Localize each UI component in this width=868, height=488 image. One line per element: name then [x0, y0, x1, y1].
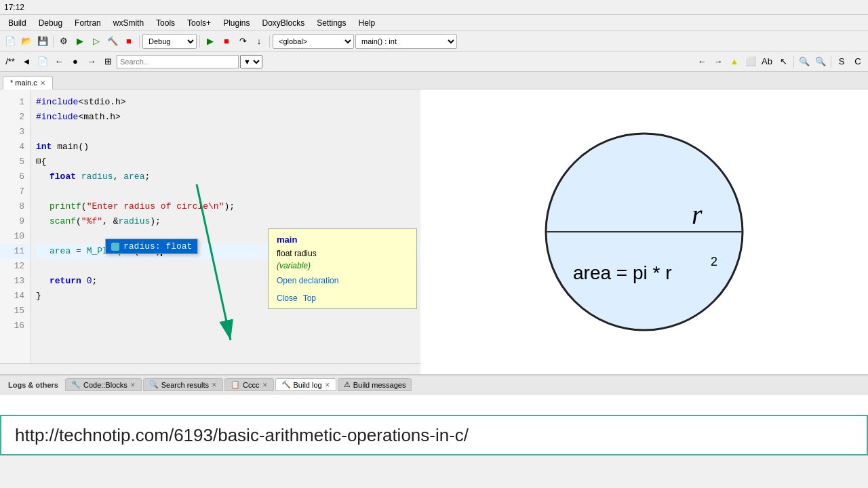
linenum-11: 11 — [0, 244, 30, 259]
bottom-tab-buildmsg[interactable]: ⚠ Build messages — [338, 378, 412, 391]
cursor-btn[interactable]: ↖ — [776, 54, 791, 69]
ac-variable-icon — [111, 243, 119, 251]
build-btn[interactable]: 🔨 — [105, 34, 120, 49]
arrow-left-btn[interactable]: ← — [52, 54, 66, 69]
main-area: 1 2 3 4 5 6 7 8 9 10 11 12 13 14 15 16 # — [0, 89, 868, 374]
comment-btn[interactable]: /** — [3, 54, 18, 69]
zoom-in-btn[interactable]: 🔍 — [797, 54, 812, 69]
next-doc-btn[interactable]: 📄 — [35, 54, 50, 69]
search-icon: 🔍 — [149, 380, 159, 389]
close-tab-2-icon[interactable]: ✕ — [262, 382, 268, 388]
bottom-tab-buildlog[interactable]: 🔨 Build log ✕ — [275, 378, 336, 391]
function-dropdown[interactable]: main() : int — [355, 34, 457, 49]
menu-tools[interactable]: Tools — [151, 17, 180, 29]
settings-btn[interactable]: ⚙ — [56, 34, 71, 49]
linenum-12: 12 — [0, 259, 30, 274]
tooltip-type: float radius — [277, 249, 408, 258]
autocomplete-popup[interactable]: radius: float — [105, 239, 198, 254]
menu-doxyblocks[interactable]: DoxyBlocks — [257, 17, 311, 29]
debug-stop-btn[interactable]: ■ — [219, 34, 234, 49]
search-input[interactable] — [117, 55, 239, 68]
menu-help[interactable]: Help — [353, 17, 381, 29]
bottom-tab-buildlog-label: Build log — [294, 381, 322, 389]
time-display: 17:12 — [4, 3, 24, 12]
arrow-right-btn[interactable]: → — [84, 54, 99, 69]
code-area[interactable]: #include<stdio.h> #include<math.h> int m… — [31, 89, 420, 363]
close-tab-0-icon[interactable]: ✕ — [130, 382, 136, 388]
linenum-15: 15 — [0, 304, 30, 319]
menu-plugins[interactable]: Plugins — [218, 17, 255, 29]
close-tab-1-icon[interactable]: ✕ — [212, 382, 217, 388]
linenum-8: 8 — [0, 199, 30, 214]
bottom-tab-search-label: Search results — [161, 381, 209, 389]
linenum-10: 10 — [0, 229, 30, 244]
debug-run-btn[interactable]: ▶ — [203, 34, 218, 49]
bottom-tab-codeblocks-label: Code::Blocks — [83, 381, 127, 389]
tooltip-close-link[interactable]: Close — [277, 293, 298, 303]
file-tab-main[interactable]: * main.c ✕ — [3, 76, 53, 89]
autocomplete-item-radius[interactable]: radius: float — [106, 239, 197, 253]
debug-step-btn[interactable]: ↓ — [252, 34, 267, 49]
new-file-btn[interactable]: 📄 — [3, 34, 18, 49]
debug-config-dropdown[interactable]: Debug — [142, 34, 197, 49]
url-bar: http://technotip.com/6193/basic-arithmet… — [0, 415, 868, 455]
linenum-5: 5 — [0, 155, 30, 169]
bottom-tab-codeblocks[interactable]: 🔧 Code::Blocks ✕ — [65, 378, 142, 391]
ab-btn[interactable]: Ab — [760, 54, 774, 69]
tooltip-top-link[interactable]: Top — [303, 293, 316, 303]
run2-btn[interactable]: ▷ — [89, 34, 104, 49]
menu-fortran[interactable]: Fortran — [69, 17, 106, 29]
nav-fwd-btn[interactable]: → — [711, 54, 726, 69]
zoom-out-btn[interactable]: 🔍 — [813, 54, 828, 69]
bottom-tab-bar: Logs & others 🔧 Code::Blocks ✕ 🔍 Search … — [0, 375, 868, 394]
menu-tools-plus[interactable]: Tools+ — [182, 17, 216, 29]
editor-content[interactable]: 1 2 3 4 5 6 7 8 9 10 11 12 13 14 15 16 # — [0, 89, 420, 363]
format-btn[interactable]: ⬜ — [743, 54, 758, 69]
nav-back-btn[interactable]: ← — [694, 54, 709, 69]
bottom-tab-search[interactable]: 🔍 Search results ✕ — [143, 378, 223, 391]
circle-svg: r area = pi * r 2 — [536, 123, 753, 340]
cb-icon: 🔧 — [71, 380, 81, 389]
search-type-dropdown[interactable]: ▼ — [240, 55, 262, 68]
sep3 — [199, 35, 200, 47]
code-line-1: #include<stdio.h> — [36, 95, 420, 110]
close-tab-3-icon[interactable]: ✕ — [325, 382, 330, 388]
sep4 — [269, 35, 270, 47]
tooltip-open-decl-link[interactable]: Open declaration — [277, 276, 408, 285]
buildlog-icon: 🔨 — [281, 380, 291, 389]
code-line-7 — [36, 184, 420, 199]
editor-hscrollbar[interactable] — [0, 363, 420, 374]
toolbar-secondary: /** ◄ 📄 ← ● → ⊞ ▼ ← → ▲ ⬜ Ab ↖ 🔍 🔍 S C — [0, 52, 868, 72]
svg-text:2: 2 — [711, 255, 717, 268]
code-line-4: int main() — [36, 140, 420, 155]
menu-settings[interactable]: Settings — [311, 17, 351, 29]
linenum-2: 2 — [0, 110, 30, 125]
save-btn[interactable]: 💾 — [35, 34, 50, 49]
bottom-tab-cccc[interactable]: 📋 Cccc ✕ — [224, 378, 273, 391]
dot-btn[interactable]: ● — [68, 54, 83, 69]
run-btn[interactable]: ▶ — [73, 34, 87, 49]
scope-dropdown[interactable]: <global> — [273, 34, 354, 49]
menu-bar: Build Debug Fortran wxSmith Tools Tools+… — [0, 15, 868, 31]
refactor-btn[interactable]: S — [834, 54, 849, 69]
menu-debug[interactable]: Debug — [33, 17, 68, 29]
more-btn[interactable]: ⊞ — [100, 54, 115, 69]
open-btn[interactable]: 📂 — [19, 34, 34, 49]
menu-build[interactable]: Build — [3, 17, 32, 29]
prev-btn[interactable]: ◄ — [19, 54, 34, 69]
highlight-btn[interactable]: ▲ — [727, 54, 742, 69]
toolbar-main: 📄 📂 💾 ⚙ ▶ ▷ 🔨 ■ Debug ▶ ■ ↷ ↓ <global> m… — [0, 31, 868, 52]
menu-wxsmith[interactable]: wxSmith — [108, 17, 149, 29]
logs-label: Logs & others — [3, 380, 64, 390]
file-tab-bar: * main.c ✕ — [0, 72, 868, 89]
tooltip-popup: main float radius (variable) Open declar… — [268, 228, 417, 309]
code-line-6: float radius, area; — [36, 169, 420, 184]
linenum-6: 6 — [0, 169, 30, 184]
editor-container: 1 2 3 4 5 6 7 8 9 10 11 12 13 14 15 16 # — [0, 89, 420, 374]
debug-next-btn[interactable]: ↷ — [235, 34, 250, 49]
file-tab-close[interactable]: ✕ — [40, 79, 45, 87]
stop-btn[interactable]: ■ — [121, 34, 136, 49]
top-bar: 17:12 — [0, 0, 868, 15]
line-numbers: 1 2 3 4 5 6 7 8 9 10 11 12 13 14 15 16 — [0, 89, 31, 363]
rename-btn[interactable]: C — [850, 54, 865, 69]
